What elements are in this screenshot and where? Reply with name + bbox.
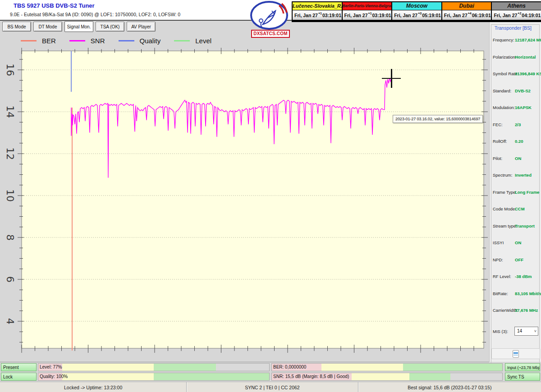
transponder-label-pilot: Pilot: [493, 156, 502, 161]
clock-time-value: 03:19:01 [322, 13, 341, 18]
signal-monitor-chart-region: BERSNRQualityLevel 16141210864 2023-01-2… [0, 32, 489, 362]
tab-dt-mode[interactable]: DT Mode [33, 22, 62, 32]
clock-date: Fri, Jan 27 [444, 13, 468, 18]
transponder-label-fec: FEC: [493, 122, 503, 127]
snr-bar-label: SNR: 15,5 dB (Margin: 8,5 dB | Good) [273, 373, 349, 380]
legend-item-ber: BER [21, 37, 56, 45]
y-axis-tick-label-16: 16 [4, 63, 16, 77]
satellite-dish-logo-icon [249, 1, 291, 30]
legend-line-swatch [119, 40, 134, 41]
legend-label: Level [195, 37, 211, 45]
transponder-label-bitrate: BitRate: [493, 291, 508, 296]
clock-utc-offset: +2 [518, 12, 521, 15]
clock-date: Fri, Jan 27 [294, 13, 318, 18]
chart-legend: BERSNRQualityLevel [21, 37, 211, 45]
clock-date: Fri, Jan 27 [494, 13, 517, 18]
transponder-label-code-mode: Code Mode: [493, 206, 516, 211]
transponder-value-fec: 2/3 [515, 122, 521, 127]
transponder-value-standard: DVB-S2 [515, 88, 531, 93]
clock-time-value: 04:19:01 [522, 13, 541, 18]
transponder-value-frame-type: Long Frame [515, 190, 539, 195]
bar-segment [403, 364, 502, 371]
dxsatcs-logo: DXSATCS.COM [249, 1, 291, 38]
quality-bar-label: Quality: 100% [40, 373, 68, 380]
transponder-label-stream-type: Stream type: [493, 223, 517, 228]
bar-segment [216, 364, 269, 371]
legend-line-swatch [174, 40, 190, 41]
clock-time-cell: Fri, Jan 27+103:19:01 [293, 10, 342, 20]
transponder-value-rf-level: -38 dBm [515, 274, 532, 279]
transponder-label-carrierwidth: CarrierWidth: [493, 308, 518, 313]
clock-utc-offset: +4 [468, 12, 472, 15]
transponder-value-npd: OFF [515, 257, 523, 262]
snr-bar: SNR: 15,5 dB (Margin: 8,5 dB | Good) [271, 373, 503, 381]
transponder-groupbox-title: Transponder [BS] [493, 25, 533, 31]
tab-bs-mode[interactable]: BS Mode [2, 22, 31, 32]
clock-column-lu-enec: Lučenec-Slovakia_R.DávidFri, Jan 27+103:… [293, 2, 343, 21]
transponder-label-rf-level: RF Level: [493, 274, 511, 279]
y-axis-tick-label-4: 4 [4, 314, 16, 328]
transponder-label-spectrum: Spectrum: [493, 173, 512, 178]
legend-label: SNR [91, 37, 105, 45]
transponder-label-npd: NPD: [493, 257, 503, 262]
logo-text: DXSATCS.COM [251, 30, 290, 38]
chart-tooltip: 2023-01-27 03.16.02, value: 15,600000381… [393, 115, 483, 123]
transponder-value-spectrum: Inverted [515, 173, 532, 178]
clock-date: Fri, Jan 27 [344, 13, 368, 18]
y-axis-tick-label-12: 12 [4, 146, 16, 161]
stream-list-button[interactable] [491, 348, 540, 359]
legend-item-snr: SNR [69, 37, 105, 45]
mis-dropdown-value: 14 [517, 328, 522, 333]
stream-list-icon [513, 350, 519, 358]
tuner-subtitle: 9.0E - Eutelsat 9B/Ka-Sat 9A (ID: 0090) … [10, 12, 180, 17]
y-axis-tick-label-8: 8 [4, 230, 16, 245]
transponder-value-stream-type: Transport [515, 223, 535, 228]
legend-item-level: Level [174, 37, 211, 45]
transponder-label-polarization: Polarization: [493, 55, 516, 59]
y-axis-tick-label-10: 10 [4, 188, 16, 203]
bar-segment [352, 373, 409, 380]
signal-history-plot[interactable] [22, 51, 484, 348]
transponder-value-bitrate: 83,105 Mbit/s [515, 291, 541, 296]
ber-bar-label: BER: 0,0000000 [273, 364, 306, 371]
quality-bar: Quality: 100% [38, 373, 270, 381]
transponder-value-code-mode: CCM [515, 206, 525, 211]
lock-indicator: Lock [1, 373, 37, 381]
clock-time-value: 03:19:01 [372, 13, 391, 18]
tab-av-player[interactable]: AV Player [127, 22, 156, 32]
statusbar-sync-info: SYNC 2 | TEI 0 | CC 2062 [186, 382, 358, 392]
clock-city-label: Moscow [392, 2, 441, 10]
bar-segment [62, 373, 154, 380]
clock-column-athens: AthensFri, Jan 27+204:19:01 [492, 2, 541, 21]
statusbar-best-signal: Best signal: 15,6 dB (2023-01-27 03:15) [358, 382, 541, 392]
tab-signal-mon[interactable]: Signal Mon. [64, 21, 93, 32]
transponder-panel: Transponder [BS] MIS (3): 14 ˅ Frequency… [489, 21, 541, 362]
transponder-value-symbol-rate: 31396,849 KS/s [515, 71, 541, 76]
transponder-value-modulation: 16APSK [515, 105, 532, 110]
clock-time-value: 06:19:01 [472, 13, 491, 18]
clock-city-label: Dubai [442, 2, 491, 10]
clock-city-label: Berlin-Paris-Vienna-Belgrade [343, 2, 392, 10]
mis-label: MIS (3): [493, 329, 508, 334]
transponder-value-carrierwidth: 37,676 MHz [515, 308, 538, 313]
bar-segment [154, 364, 216, 371]
bar-segment [409, 373, 450, 380]
clock-time-cell: Fri, Jan 27+406:19:01 [442, 10, 491, 20]
transponder-label-rolloff: RollOff: [493, 139, 507, 144]
statusbar: Locked -> Uptime: 13:23:00 SYNC 2 | TEI … [0, 382, 541, 392]
clock-utc-offset: +1 [318, 12, 322, 15]
clock-column-dubai: DubaiFri, Jan 27+406:19:01 [442, 2, 492, 21]
legend-line-swatch [21, 40, 37, 41]
tab-tsa-ok[interactable]: TSA (OK) [96, 22, 124, 32]
transponder-value-polarization: Horizontal [515, 55, 536, 59]
mis-dropdown[interactable]: 14 ˅ [514, 327, 538, 336]
ber-bar: BER: 0,0000000 [271, 363, 503, 371]
bar-segment [450, 373, 502, 380]
transponder-value-issyi: ON [515, 240, 521, 245]
y-axis-tick-label-14: 14 [4, 105, 16, 119]
transponder-label-issyi: ISSYI [493, 240, 504, 245]
transponder-label-frame-type: Frame Type: [493, 190, 517, 195]
transponder-label-modulation: Modulation: [493, 105, 515, 110]
clock-date: Fri, Jan 27 [394, 13, 417, 18]
clock-utc-offset: +1 [368, 12, 372, 15]
